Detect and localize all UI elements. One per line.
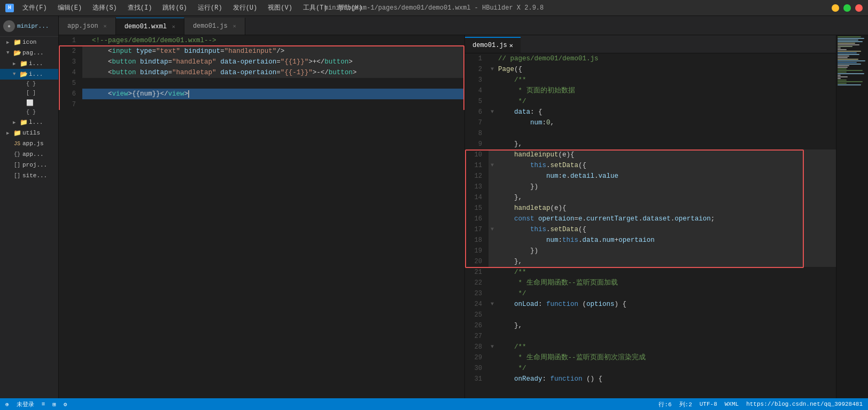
sidebar-label: app.js (22, 140, 44, 147)
code-line: 28 ▼ /** (465, 342, 836, 352)
tab-label: demo01.js (193, 22, 228, 30)
menu-run[interactable]: 运行(R) (192, 1, 228, 14)
right-editor-pane: demo01.js ✕ 1 // pages/demo01/demo01.js (465, 35, 836, 410)
right-tab-demo01js[interactable]: demo01.js ✕ (465, 37, 521, 53)
right-tab-bar: demo01.js ✕ (465, 35, 836, 53)
sidebar-item-file-wxml[interactable]: { } (0, 80, 58, 89)
minimap-line (838, 52, 857, 53)
code-line: 3 <button bindtap="handletap" data-opert… (59, 57, 464, 67)
code-line: 14 }, (465, 192, 836, 203)
code-line: 12 num:e.detail.value (465, 171, 836, 182)
close-icon[interactable]: ✕ (172, 23, 175, 30)
sidebar: ● minipr... ▶ 📁 icon ▼ 📂 pag... ▶ 📁 i...… (0, 16, 59, 410)
code-line: 30 */ (465, 363, 836, 374)
menu-edit[interactable]: 编辑(E) (52, 1, 88, 14)
window-controls (832, 4, 863, 12)
main-area: ● minipr... ▶ 📁 icon ▼ 📂 pag... ▶ 📁 i...… (0, 16, 868, 410)
sidebar-item-sub1[interactable]: ▶ 📁 i... (0, 58, 58, 69)
code-line: 29 * 生命周期函数--监听页面初次渲染完成 (465, 352, 836, 363)
code-line: 10 handleinput(e){ (465, 149, 836, 160)
status-left: ⊕ 未登录 ≡ ⊞ ⚙ (5, 400, 67, 408)
json-file-icon: {} (13, 151, 21, 158)
sidebar-header: ● minipr... (0, 16, 58, 37)
right-tab-label: demo01.js (472, 42, 507, 49)
sidebar-item-project[interactable]: [] proj... (0, 160, 58, 170)
tab-label: app.json (67, 22, 98, 30)
sidebar-item-file-wxss[interactable]: { } (0, 108, 58, 117)
minimap-line (838, 43, 855, 44)
minimap-line (838, 80, 847, 81)
menu-jump[interactable]: 跳转(G) (157, 1, 192, 14)
minimap (836, 35, 868, 410)
editor-area: app.json ✕ demo01.wxml ✕ demo01.js ✕ (59, 16, 868, 410)
close-icon[interactable]: ✕ (104, 23, 107, 29)
menu-find[interactable]: 查找(I) (122, 1, 158, 14)
minimap-line (838, 81, 863, 82)
sidebar-item-file-js[interactable]: [ ] (0, 89, 58, 98)
minimap-line (838, 76, 848, 77)
sidebar-item-file-json[interactable]: ⬜ (0, 98, 58, 108)
close-icon[interactable]: ✕ (233, 23, 236, 29)
sidebar-item-icon[interactable]: ▶ 📁 icon (0, 37, 58, 48)
minimap-line (838, 68, 847, 69)
menu-view[interactable]: 视图(V) (262, 1, 298, 14)
code-line: 31 onReady: function () { (465, 374, 836, 384)
sidebar-label: icon (22, 39, 36, 45)
code-line: 2 ▼ Page({ (465, 64, 836, 75)
code-line: 24 ▼ onLoad: function (options) { (465, 299, 836, 310)
sidebar-item-sub3[interactable]: ▶ 📁 l... (0, 117, 58, 128)
tab-bar: app.json ✕ demo01.wxml ✕ demo01.js ✕ (59, 16, 868, 35)
code-line: 18 num:this.data.num+opertaion (465, 235, 836, 246)
menu-file[interactable]: 文件(F) (17, 1, 52, 14)
code-line: 13 }) (465, 182, 836, 192)
minimap-line (838, 44, 859, 45)
minimap-line (838, 46, 852, 47)
left-editor-content[interactable]: 1 <!--pages/demo01/demo01.wxml--> 2 <inp… (59, 35, 464, 110)
code-line: 20 }, (465, 256, 836, 267)
tab-label: demo01.wxml (125, 23, 167, 30)
sidebar-item-appjs[interactable]: JS app.js (0, 138, 58, 149)
project-title: minipr... (17, 23, 49, 29)
json-file-icon3: [] (13, 172, 21, 179)
sidebar-item-pages[interactable]: ▼ 📂 pag... (0, 48, 58, 58)
code-line: 22 * 生命周期函数--监听页面加载 (465, 278, 836, 288)
tab-demo01js[interactable]: demo01.js ✕ (184, 18, 245, 35)
code-line: 19 }) (465, 246, 836, 256)
code-line: 5 (59, 78, 464, 89)
folder-icon: 📂 (13, 49, 21, 57)
titlebar: H 文件(F) 编辑(E) 选择(S) 查找(I) 跳转(G) 运行(R) 发行… (0, 0, 868, 16)
code-line: 4 <button bindtap="handletap" data-opert… (59, 67, 464, 78)
minimap-line (838, 38, 864, 39)
right-editor-content-wrapper: 1 // pages/demo01/demo01.js 2 ▼ Page({ (465, 53, 836, 410)
code-line: 7 (59, 99, 464, 110)
menu-publish[interactable]: 发行(U) (228, 1, 263, 14)
sidebar-item-sitemap[interactable]: [] site... (0, 170, 58, 181)
maximize-button[interactable] (843, 4, 851, 12)
code-line: 3 /** (465, 75, 836, 85)
tab-demo01wxml[interactable]: demo01.wxml ✕ (116, 18, 184, 35)
right-editor-content[interactable]: 1 // pages/demo01/demo01.js 2 ▼ Page({ (465, 53, 836, 384)
sidebar-label: proj... (22, 162, 47, 168)
sidebar-item-sub2[interactable]: ▼ 📂 i... (0, 69, 58, 80)
sidebar-item-appjson[interactable]: {} app... (0, 149, 58, 160)
minimap-line (838, 75, 841, 76)
tab-appjson[interactable]: app.json ✕ (59, 18, 116, 35)
json-file-icon2: [] (13, 161, 21, 169)
minimap-line (838, 84, 861, 85)
folder-icon: 📁 (20, 60, 27, 67)
close-button[interactable] (855, 4, 863, 12)
statusbar: ⊕ 未登录 ≡ ⊞ ⚙ 行:6 列:2 UTF-8 WXML https://b… (0, 398, 868, 410)
status-encoding: UTF-8 (700, 401, 717, 407)
folder-icon: 📁 (13, 38, 21, 46)
sidebar-item-utils[interactable]: ▶ 📁 utils (0, 128, 58, 138)
status-login[interactable]: ⊕ (5, 401, 9, 408)
status-icon3: ⚙ (64, 401, 67, 408)
status-row: 行:6 (658, 400, 671, 408)
minimize-button[interactable] (832, 4, 839, 12)
left-editor-content-wrapper: 1 <!--pages/demo01/demo01.wxml--> 2 <inp… (59, 35, 464, 410)
minimap-line (838, 48, 841, 49)
close-icon[interactable]: ✕ (509, 42, 513, 50)
minimap-line (838, 78, 841, 79)
menu-select[interactable]: 选择(S) (87, 1, 122, 14)
code-line: 26 }, (465, 320, 836, 331)
